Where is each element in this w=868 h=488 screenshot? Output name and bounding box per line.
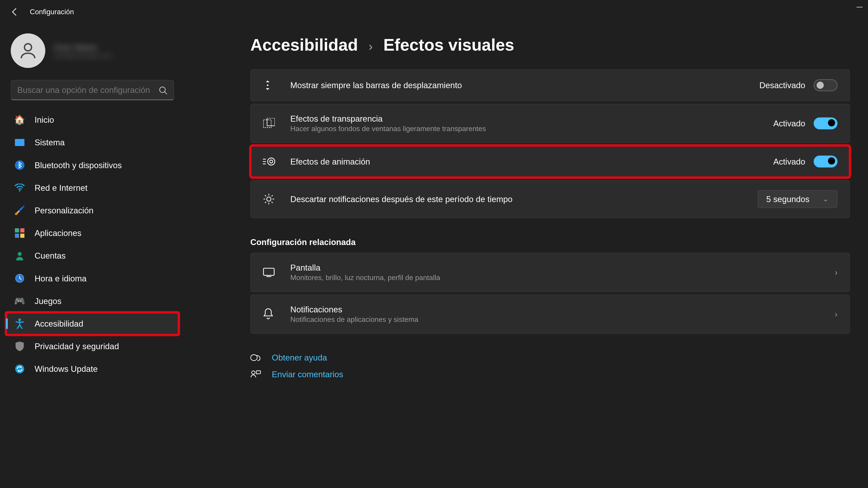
back-button[interactable] xyxy=(6,3,24,21)
chevron-down-icon: ⌄ xyxy=(823,195,829,203)
setting-scrollbars[interactable]: Mostrar siempre las barras de desplazami… xyxy=(250,69,850,101)
page-title: Efectos visuales xyxy=(383,36,514,55)
svg-point-22 xyxy=(268,158,275,165)
transparency-icon xyxy=(263,118,278,129)
chevron-right-icon: › xyxy=(835,309,837,319)
nav-item-personalization[interactable]: 🖌️ Personalización xyxy=(6,199,179,222)
feedback-icon xyxy=(250,370,262,379)
nav-label: Accesibilidad xyxy=(35,319,83,328)
setting-dismiss-notifications[interactable]: Descartar notificaciones después de este… xyxy=(250,180,850,218)
nav-item-accounts[interactable]: Cuentas xyxy=(6,244,179,267)
svg-line-32 xyxy=(272,195,273,196)
profile-name: User Name xyxy=(54,42,112,52)
nav-label: Privacidad y seguridad xyxy=(35,341,119,351)
nav-label: Inicio xyxy=(35,115,54,125)
shield-icon xyxy=(14,341,25,352)
arrow-left-icon xyxy=(10,7,20,17)
related-notifications[interactable]: Notificaciones Notificaciones de aplicac… xyxy=(250,295,850,334)
avatar xyxy=(11,33,45,68)
animation-toggle[interactable] xyxy=(814,155,837,167)
svg-point-2 xyxy=(160,87,165,92)
window-title: Configuración xyxy=(30,8,74,16)
related-sub: Monitores, brillo, luz nocturna, perfil … xyxy=(290,274,835,282)
setting-title: Mostrar siempre las barras de desplazami… xyxy=(290,81,759,90)
svg-point-6 xyxy=(19,190,21,191)
paintbrush-icon: 🖌️ xyxy=(14,205,25,216)
svg-rect-7 xyxy=(15,228,19,232)
svg-line-30 xyxy=(272,202,273,203)
scrollbar-icon xyxy=(263,79,278,91)
breadcrumb-parent[interactable]: Accesibilidad xyxy=(250,36,358,55)
search-input-container[interactable] xyxy=(11,80,174,100)
setting-sub: Hacer algunos fondos de ventanas ligeram… xyxy=(290,125,773,133)
nav-label: Hora e idioma xyxy=(35,274,87,283)
dismiss-duration-dropdown[interactable]: 5 segundos ⌄ xyxy=(757,190,837,208)
svg-line-29 xyxy=(265,195,266,196)
chevron-right-icon: › xyxy=(369,40,373,54)
svg-line-3 xyxy=(165,92,167,94)
toggle-state-label: Desactivado xyxy=(759,81,805,90)
profile-sub: user@example.com xyxy=(54,52,112,59)
toggle-state-label: Activado xyxy=(773,119,805,128)
scrollbars-toggle[interactable] xyxy=(814,79,837,91)
wifi-icon xyxy=(14,182,25,193)
svg-rect-10 xyxy=(20,234,24,238)
svg-rect-33 xyxy=(264,268,274,276)
nav-item-apps[interactable]: Aplicaciones xyxy=(6,222,179,244)
nav-item-windows-update[interactable]: Windows Update xyxy=(6,358,179,380)
nav-item-time-language[interactable]: Hora e idioma xyxy=(6,267,179,289)
svg-point-11 xyxy=(18,252,22,256)
nav-label: Personalización xyxy=(35,206,94,215)
accessibility-icon xyxy=(14,318,25,329)
nav-item-accessibility[interactable]: Accesibilidad xyxy=(6,312,179,335)
nav-item-gaming[interactable]: 🎮 Juegos xyxy=(6,290,179,312)
nav-item-bluetooth[interactable]: Bluetooth y dispositivos xyxy=(6,154,179,176)
chevron-right-icon: › xyxy=(835,268,837,277)
help-link-row: Obtener ayuda xyxy=(250,349,850,366)
nav-label: Red e Internet xyxy=(35,183,88,192)
brightness-icon xyxy=(263,193,278,205)
bluetooth-icon xyxy=(14,160,25,171)
nav-item-home[interactable]: 🏠 Inicio xyxy=(6,109,179,131)
search-input[interactable] xyxy=(17,85,158,95)
setting-transparency[interactable]: Efectos de transparencia Hacer algunos f… xyxy=(250,104,850,143)
clock-icon xyxy=(14,273,25,284)
minimize-button[interactable] xyxy=(856,4,863,11)
nav-label: Sistema xyxy=(35,138,65,147)
profile-text: User Name user@example.com xyxy=(54,42,112,59)
setting-animation[interactable]: Efectos de animación Activado xyxy=(250,145,850,177)
svg-point-15 xyxy=(15,365,24,374)
home-icon: 🏠 xyxy=(14,114,25,125)
nav-label: Juegos xyxy=(35,296,61,306)
related-display[interactable]: Pantalla Monitores, brillo, luz nocturna… xyxy=(250,253,850,292)
search-icon xyxy=(158,86,167,94)
help-icon xyxy=(250,353,262,362)
setting-title: Descartar notificaciones después de este… xyxy=(290,194,757,204)
svg-line-31 xyxy=(265,202,266,203)
svg-rect-37 xyxy=(256,371,260,374)
accounts-icon xyxy=(14,250,25,261)
user-profile[interactable]: User Name user@example.com xyxy=(6,30,179,80)
transparency-toggle[interactable] xyxy=(814,117,837,129)
svg-rect-4 xyxy=(15,139,24,146)
display-icon xyxy=(263,268,278,277)
svg-rect-8 xyxy=(20,228,24,232)
toggle-state-label: Activado xyxy=(773,157,805,166)
breadcrumb: Accesibilidad › Efectos visuales xyxy=(250,36,850,55)
svg-point-23 xyxy=(270,160,273,163)
nav-item-network[interactable]: Red e Internet xyxy=(6,177,179,199)
nav-item-privacy[interactable]: Privacidad y seguridad xyxy=(6,335,179,358)
dropdown-value: 5 segundos xyxy=(766,194,809,204)
gamepad-icon: 🎮 xyxy=(14,296,25,306)
nav-label: Windows Update xyxy=(35,364,98,374)
related-title: Pantalla xyxy=(290,263,835,272)
nav-label: Bluetooth y dispositivos xyxy=(35,160,122,170)
nav-item-system[interactable]: Sistema xyxy=(6,131,179,154)
apps-icon xyxy=(14,227,25,238)
get-help-link[interactable]: Obtener ayuda xyxy=(272,353,327,362)
svg-point-36 xyxy=(252,371,255,374)
nav-label: Cuentas xyxy=(35,251,66,261)
send-feedback-link[interactable]: Enviar comentarios xyxy=(272,370,343,379)
setting-title: Efectos de animación xyxy=(290,157,773,166)
svg-point-16 xyxy=(267,85,269,86)
